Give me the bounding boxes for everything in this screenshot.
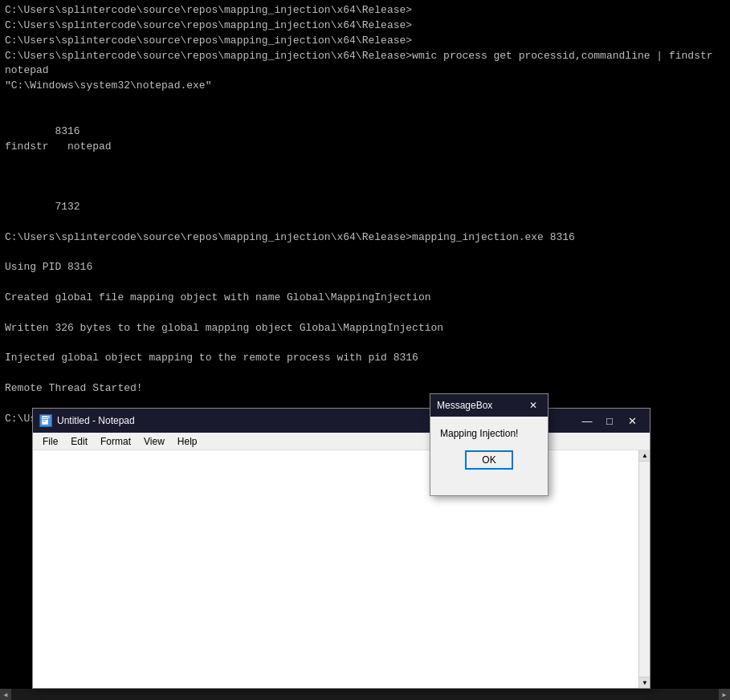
messagebox-ok-button[interactable]: OK [465, 450, 513, 470]
messagebox-dialog: MessageBox ✕ Mapping Injection! OK [430, 393, 549, 496]
scroll-track [11, 689, 719, 700]
notepad-minimize-button[interactable]: — [576, 409, 598, 432]
svg-rect-2 [43, 419, 47, 420]
notepad-window-controls: — □ ✕ [576, 409, 643, 432]
notepad-content-area: ▲ ▼ [33, 450, 650, 688]
notepad-menu-view[interactable]: View [137, 434, 171, 449]
svg-rect-4 [47, 416, 50, 418]
notepad-text-input[interactable] [33, 450, 650, 688]
notepad-menu-file[interactable]: File [36, 434, 64, 449]
messagebox-close-button[interactable]: ✕ [525, 398, 541, 413]
notepad-titlebar-left: Untitled - Notepad [39, 414, 135, 427]
notepad-menu-edit[interactable]: Edit [64, 434, 94, 449]
terminal-output: C:\Users\splintercode\source\repos\mappi… [5, 3, 725, 427]
notepad-menubar: File Edit Format View Help [33, 433, 650, 450]
svg-rect-0 [42, 416, 48, 425]
notepad-scroll-down-btn[interactable]: ▼ [639, 677, 650, 688]
notepad-scroll-up-btn[interactable]: ▲ [639, 450, 650, 462]
notepad-window: Untitled - Notepad — □ ✕ File Edit Forma… [32, 408, 650, 689]
svg-rect-1 [43, 417, 47, 418]
svg-rect-3 [43, 421, 46, 421]
notepad-maximize-button[interactable]: □ [598, 409, 621, 432]
notepad-window-title: Untitled - Notepad [57, 415, 135, 426]
messagebox-message: Mapping Injection! [440, 428, 538, 439]
notepad-menu-help[interactable]: Help [171, 434, 204, 449]
messagebox-title: MessageBox [437, 400, 492, 411]
notepad-titlebar: Untitled - Notepad — □ ✕ [33, 409, 650, 433]
notepad-scroll-track [639, 462, 650, 677]
scroll-right-btn[interactable]: ▶ [719, 689, 730, 700]
terminal-scrollbar[interactable]: ◀ ▶ [0, 689, 730, 700]
notepad-menu-format[interactable]: Format [94, 434, 137, 449]
messagebox-titlebar: MessageBox ✕ [430, 394, 548, 417]
notepad-app-icon [39, 414, 52, 427]
scroll-left-btn[interactable]: ◀ [0, 689, 11, 700]
notepad-vertical-scrollbar[interactable]: ▲ ▼ [638, 450, 650, 688]
notepad-close-button[interactable]: ✕ [621, 409, 643, 432]
messagebox-body: Mapping Injection! OK [430, 417, 548, 478]
